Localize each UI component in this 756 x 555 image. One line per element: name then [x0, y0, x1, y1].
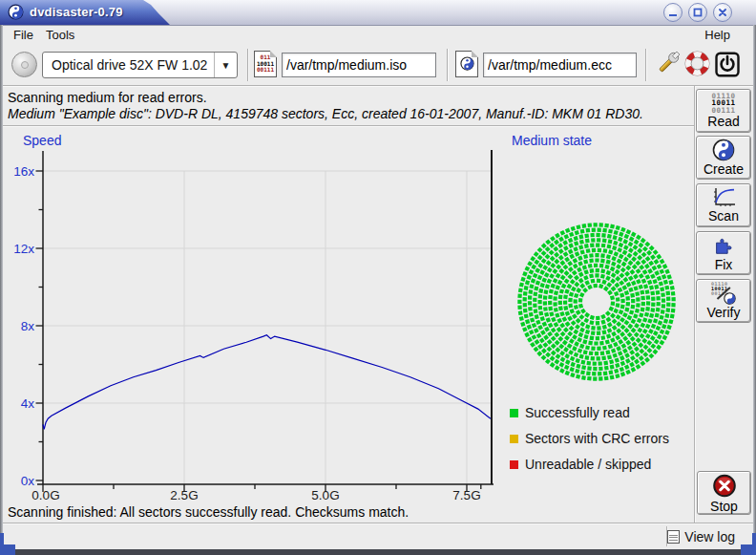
legend-item: Unreadable / skipped	[510, 457, 651, 472]
quit-power-icon[interactable]	[715, 52, 740, 81]
optical-drive-icon	[11, 52, 37, 77]
toolbar-separator	[447, 49, 449, 81]
close-button[interactable]	[713, 3, 732, 22]
svg-text:0.0G: 0.0G	[32, 488, 59, 502]
iso-file-icon: 011 10011 00111	[254, 51, 277, 77]
fix-button-label: Fix	[715, 257, 733, 272]
scan-button-label: Scan	[708, 208, 739, 224]
icon-digit-row: 00111	[255, 67, 276, 74]
maximize-button[interactable]	[688, 3, 707, 22]
resize-grip-left[interactable]	[0, 544, 15, 555]
svg-text:4x: 4x	[21, 396, 35, 411]
legend-item: Sectors with CRC errors	[510, 431, 669, 446]
fix-button[interactable]: Fix	[696, 231, 751, 275]
window-border-bottom	[0, 549, 756, 555]
chevron-down-icon[interactable]: ▼	[214, 53, 237, 77]
legend-swatch	[510, 435, 518, 443]
ecc-file-icon	[455, 51, 478, 77]
legend-label: Unreadable / skipped	[525, 457, 651, 472]
read-button-label: Read	[707, 114, 739, 129]
create-button[interactable]: Create	[696, 136, 751, 180]
menu-file[interactable]: File	[9, 26, 38, 45]
resize-grip-right[interactable]	[741, 544, 756, 555]
log-list-icon	[667, 530, 680, 544]
legend-label: Sectors with CRC errors	[525, 431, 669, 446]
legend-item: Successfully read	[510, 405, 630, 420]
read-button[interactable]: 01110 10011 00111 Read	[696, 89, 751, 133]
svg-text:2.5G: 2.5G	[170, 488, 198, 502]
toolbar-separator	[645, 49, 647, 81]
stop-icon	[711, 473, 738, 499]
view-log-label: View log	[684, 529, 735, 544]
speed-chart: 0x4x8x12x16x0.0G2.5G5.0G7.5G	[0, 132, 506, 506]
svg-text:12x: 12x	[13, 242, 34, 256]
drive-select-combo[interactable]: Optical drive 52X FW 1.02 ▼	[42, 52, 238, 78]
app-yin-yang-icon	[8, 4, 24, 24]
menu-tools[interactable]: Tools	[41, 26, 79, 45]
preferences-wrench-icon[interactable]	[655, 51, 681, 80]
view-log-button[interactable]: View log	[667, 526, 735, 547]
iso-path-input[interactable]	[282, 53, 436, 77]
svg-text:5.0G: 5.0G	[311, 488, 339, 502]
legend-label: Successfully read	[525, 405, 630, 420]
ecc-path-input[interactable]	[483, 53, 637, 77]
scan-curve-icon	[711, 187, 736, 208]
yin-yang-icon	[712, 139, 735, 161]
footer-message: Scanning finished: All sectors successfu…	[8, 504, 409, 520]
medium-state-disc	[515, 221, 678, 383]
medium-state-title: Medium state	[512, 133, 592, 148]
help-lifebelt-icon[interactable]	[684, 51, 710, 80]
read-icon: 00111	[711, 107, 735, 115]
status-divider	[0, 125, 694, 127]
legend-swatch	[510, 409, 518, 417]
svg-text:7.5G: 7.5G	[452, 488, 480, 502]
scan-button[interactable]: Scan	[696, 183, 751, 227]
svg-text:0x: 0x	[21, 474, 35, 488]
window-title: dvdisaster-0.79	[30, 5, 123, 19]
svg-text:8x: 8x	[21, 319, 35, 333]
footer-divider	[0, 523, 756, 524]
window-border-left	[0, 25, 3, 549]
stop-button[interactable]: Stop	[697, 471, 751, 515]
toolbar-divider	[0, 85, 756, 87]
toolbar-separator	[247, 49, 249, 81]
status-line-medium-info: Medium "Example disc": DVD-R DL, 4159748…	[8, 106, 643, 121]
title-bar[interactable]: dvdisaster-0.79	[0, 0, 756, 26]
application-window: dvdisaster-0.79 File Tools Help Optical …	[0, 0, 756, 555]
legend-swatch	[510, 460, 518, 469]
create-button-label: Create	[704, 161, 744, 177]
stop-button-label: Stop	[710, 499, 738, 514]
verify-icon: 01110 10011 00111	[711, 282, 736, 305]
svg-text:16x: 16x	[13, 164, 34, 179]
drive-select-value: Optical drive 52X FW 1.02	[43, 57, 214, 73]
menu-help[interactable]: Help	[700, 26, 735, 45]
verify-button[interactable]: 01110 10011 00111 Verify	[696, 279, 751, 323]
status-line-primary: Scanning medium for read errors.	[8, 90, 207, 105]
puzzle-piece-icon	[712, 234, 735, 257]
minimize-button[interactable]	[663, 3, 682, 22]
verify-button-label: Verify	[706, 305, 740, 320]
